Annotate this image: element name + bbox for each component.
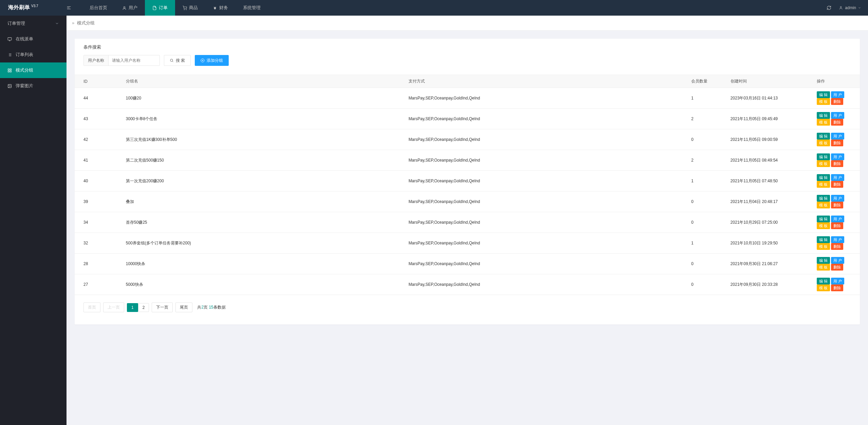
delete-button[interactable]: 删除	[831, 98, 843, 105]
topnav-item-5[interactable]: 系统管理	[235, 0, 268, 16]
cell-id: 32	[75, 233, 122, 254]
template-button[interactable]: 模 板	[817, 202, 830, 208]
sidebar-item-2[interactable]: 模式分组	[0, 62, 67, 78]
cell-name: 首存50赚25	[122, 212, 404, 233]
sidebar-group-orders[interactable]: 订单管理	[0, 16, 67, 31]
template-button[interactable]: 模 板	[817, 98, 830, 105]
user-button[interactable]: 用 户	[831, 257, 844, 264]
topnav-item-3[interactable]: 商品	[175, 0, 205, 16]
user-menu[interactable]: admin	[839, 5, 861, 10]
card: 条件搜索 用户名称 搜 索 添加分组 ID分组名支付方式会员数量创建时间操作 4…	[75, 39, 860, 325]
cell-name: 第一次充值200赚200	[122, 171, 404, 191]
delete-button[interactable]: 删除	[831, 181, 843, 188]
delete-button[interactable]: 删除	[831, 222, 843, 229]
sidebar-item-0[interactable]: 在线派单	[0, 31, 67, 47]
user-button[interactable]: 用 户	[831, 112, 844, 119]
page-first-button[interactable]: 首页	[83, 302, 100, 312]
delete-button[interactable]: 删除	[831, 264, 843, 271]
table-row: 275000快杀MarsPay,SEP,Oceanpay,GoldInd,QeI…	[75, 274, 860, 295]
user-button[interactable]: 用 户	[831, 153, 844, 160]
edit-button[interactable]: 编 辑	[817, 112, 830, 119]
edit-button[interactable]: 编 辑	[817, 133, 830, 140]
delete-button[interactable]: 删除	[831, 284, 843, 291]
page-2-button[interactable]: 2	[138, 303, 149, 312]
cell-members: 2	[687, 109, 727, 129]
edit-button[interactable]: 编 辑	[817, 174, 830, 181]
search-button[interactable]: 搜 索	[164, 55, 191, 66]
template-button[interactable]: 模 板	[817, 119, 830, 126]
cell-pay: MarsPay,SEP,Oceanpay,GoldInd,QeInd	[404, 129, 687, 150]
template-button[interactable]: 模 板	[817, 264, 830, 271]
cell-created: 2021年11月05日 09:00:59	[727, 129, 813, 150]
cell-pay: MarsPay,SEP,Oceanpay,GoldInd,QeInd	[404, 233, 687, 254]
edit-button[interactable]: 编 辑	[817, 236, 830, 243]
col-header-3: 会员数量	[687, 75, 727, 88]
sidebar-group-label: 订单管理	[7, 20, 25, 26]
topnav-item-2[interactable]: 订单	[145, 0, 175, 16]
cell-created: 2021年11月04日 20:48:17	[727, 191, 813, 212]
col-header-1: 分组名	[122, 75, 404, 88]
svg-rect-8	[8, 37, 12, 40]
sidebar-item-1[interactable]: 订单列表	[0, 47, 67, 62]
delete-button[interactable]: 删除	[831, 243, 843, 250]
template-button[interactable]: 模 板	[817, 160, 830, 167]
table-row: 40第一次充值200赚200MarsPay,SEP,Oceanpay,GoldI…	[75, 171, 860, 191]
edit-button[interactable]: 编 辑	[817, 195, 830, 202]
template-button[interactable]: 模 板	[817, 243, 830, 250]
delete-button[interactable]: 删除	[831, 119, 843, 126]
user-name-input[interactable]	[109, 55, 159, 66]
sidebar-item-3[interactable]: 弹窗图片	[0, 78, 67, 94]
page-1-button[interactable]: 1	[127, 303, 138, 312]
table-row: 42第三次充值1K赚300补单500MarsPay,SEP,Oceanpay,G…	[75, 129, 860, 150]
cell-actions: 编 辑用 户模 板删除	[813, 191, 860, 212]
delete-button[interactable]: 删除	[831, 202, 843, 208]
cell-id: 27	[75, 274, 122, 295]
user-button[interactable]: 用 户	[831, 278, 844, 284]
user-button[interactable]: 用 户	[831, 216, 844, 222]
user-button[interactable]: 用 户	[831, 133, 844, 140]
delete-button[interactable]: 删除	[831, 140, 843, 146]
user-button[interactable]: 用 户	[831, 236, 844, 243]
template-button[interactable]: 模 板	[817, 284, 830, 291]
edit-button[interactable]: 编 辑	[817, 278, 830, 284]
svg-point-3	[124, 6, 125, 8]
template-button[interactable]: 模 板	[817, 222, 830, 229]
cell-created: 2021年11月05日 09:45:49	[727, 109, 813, 129]
user-button[interactable]: 用 户	[831, 91, 844, 98]
menu-toggle-icon[interactable]	[67, 5, 82, 10]
app-name: 海外刷单	[8, 5, 30, 11]
page-next-button[interactable]: 下一页	[152, 302, 173, 312]
page-last-button[interactable]: 尾页	[175, 302, 192, 312]
user-button[interactable]: 用 户	[831, 195, 844, 202]
cell-id: 43	[75, 109, 122, 129]
cell-members: 2	[687, 150, 727, 171]
cell-pay: MarsPay,SEP,Oceanpay,GoldInd,QeInd	[404, 254, 687, 274]
table-row: 39叠加MarsPay,SEP,Oceanpay,GoldInd,QeInd02…	[75, 191, 860, 212]
refresh-icon[interactable]	[827, 5, 831, 10]
delete-button[interactable]: 删除	[831, 160, 843, 167]
topnav-label: 财务	[219, 5, 228, 11]
cell-id: 42	[75, 129, 122, 150]
edit-button[interactable]: 编 辑	[817, 91, 830, 98]
table-row: 44100赚20MarsPay,SEP,Oceanpay,GoldInd,QeI…	[75, 88, 860, 109]
add-group-button[interactable]: 添加分组	[195, 55, 229, 66]
app-version: V3.7	[31, 4, 38, 8]
topnav-item-0[interactable]: 后台首页	[82, 0, 115, 16]
breadcrumb-current: 模式分组	[77, 20, 95, 26]
template-button[interactable]: 模 板	[817, 181, 830, 188]
cell-actions: 编 辑用 户模 板删除	[813, 233, 860, 254]
page-prev-button[interactable]: 上一页	[103, 302, 124, 312]
search-row: 用户名称 搜 索 添加分组	[75, 50, 860, 75]
cell-name: 叠加	[122, 191, 404, 212]
user-button[interactable]: 用 户	[831, 174, 844, 181]
col-header-0: ID	[75, 75, 122, 88]
topnav-item-4[interactable]: ¥财务	[205, 0, 235, 16]
topnav-item-1[interactable]: 用户	[115, 0, 145, 16]
svg-text:¥: ¥	[214, 6, 216, 10]
template-button[interactable]: 模 板	[817, 140, 830, 146]
grid-icon	[7, 68, 12, 73]
edit-button[interactable]: 编 辑	[817, 216, 830, 222]
edit-button[interactable]: 编 辑	[817, 257, 830, 264]
edit-button[interactable]: 编 辑	[817, 153, 830, 160]
yen-icon: ¥	[213, 6, 217, 10]
